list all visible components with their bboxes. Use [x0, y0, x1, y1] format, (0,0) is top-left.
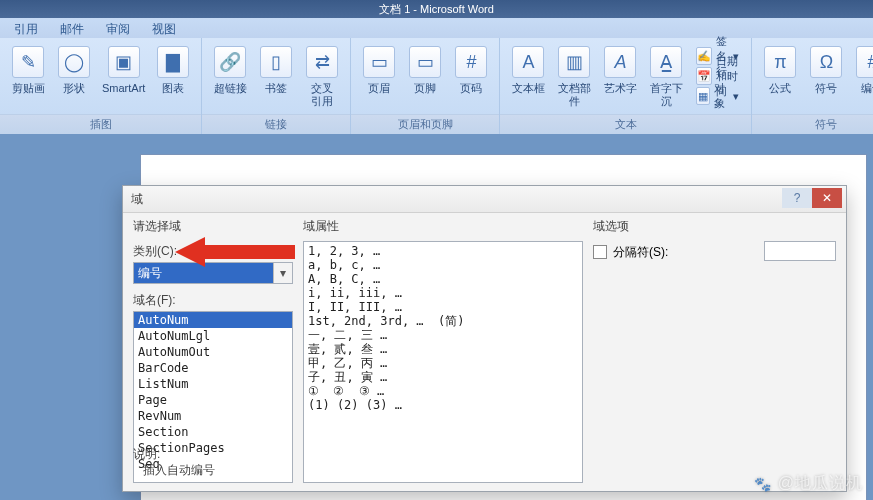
crossref-icon: ⇄: [306, 46, 338, 78]
ribbon-group-links: 🔗 超链接 ▯ 书签 ⇄ 交叉 引用 链接: [202, 38, 351, 134]
checkbox-box: [593, 245, 607, 259]
textbox-icon: A: [512, 46, 544, 78]
smartart-icon: ▣: [108, 46, 140, 78]
paw-icon: 🐾: [754, 476, 772, 492]
description-text: 插入自动编号: [143, 462, 215, 479]
crossref-button[interactable]: ⇄ 交叉 引用: [300, 44, 344, 110]
fieldname-label: 域名(F):: [133, 292, 293, 309]
dropcap-button[interactable]: A̲ 首字下沉: [644, 44, 688, 110]
tab-references[interactable]: 引用: [4, 19, 48, 38]
tab-view[interactable]: 视图: [142, 19, 186, 38]
chevron-down-icon: ▾: [273, 263, 292, 283]
object-button[interactable]: ▦ 对象 ▾: [694, 86, 741, 106]
hyperlink-button[interactable]: 🔗 超链接: [208, 44, 252, 97]
number-button[interactable]: # 编号: [850, 44, 873, 97]
smartart-button[interactable]: ▣ SmartArt: [98, 44, 149, 97]
select-field-label: 请选择域: [133, 218, 293, 235]
pagenum-button[interactable]: # 页码: [449, 44, 493, 97]
properties-label: 域属性: [303, 218, 583, 235]
header-icon: ▭: [363, 46, 395, 78]
number-icon: #: [856, 46, 873, 78]
category-label: 类别(C):: [133, 243, 293, 260]
quickparts-icon: ▥: [558, 46, 590, 78]
hyperlink-icon: 🔗: [214, 46, 246, 78]
clipart-button[interactable]: ✎ 剪贴画: [6, 44, 50, 97]
list-item[interactable]: RevNum: [134, 408, 292, 424]
dialog-help-button[interactable]: ?: [782, 188, 812, 208]
object-icon: ▦: [696, 87, 709, 105]
footer-icon: ▭: [409, 46, 441, 78]
clipart-icon: ✎: [12, 46, 44, 78]
chevron-down-icon: ▾: [733, 90, 739, 103]
list-item[interactable]: BarCode: [134, 360, 292, 376]
chart-icon: ▇: [157, 46, 189, 78]
ribbon-tabs: 引用 邮件 审阅 视图: [0, 18, 873, 39]
symbol-button[interactable]: Ω 符号: [804, 44, 848, 97]
dialog-titlebar: 域 ? ✕: [123, 186, 846, 213]
textbox-button[interactable]: A 文本框: [506, 44, 550, 97]
shapes-icon: ◯: [58, 46, 90, 78]
list-item[interactable]: ListNum: [134, 376, 292, 392]
list-item[interactable]: AutoNumLgl: [134, 328, 292, 344]
ribbon-group-headerfooter: ▭ 页眉 ▭ 页脚 # 页码 页眉和页脚: [351, 38, 500, 134]
header-button[interactable]: ▭ 页眉: [357, 44, 401, 97]
calendar-icon: 📅: [696, 67, 712, 85]
wordart-icon: A: [604, 46, 636, 78]
options-label: 域选项: [593, 218, 836, 235]
description-label: 说明:: [133, 446, 160, 463]
ribbon-group-text: A 文本框 ▥ 文档部件 A 艺术字 A̲ 首字下沉 ✍ 签名行 ▾: [500, 38, 752, 134]
separator-checkbox[interactable]: 分隔符(S):: [593, 244, 668, 261]
list-item[interactable]: Page: [134, 392, 292, 408]
separator-label: 分隔符(S):: [613, 244, 668, 261]
dropcap-icon: A̲: [650, 46, 682, 78]
group-label-headerfooter: 页眉和页脚: [351, 114, 499, 134]
wordart-button[interactable]: A 艺术字: [598, 44, 642, 97]
list-item[interactable]: AutoNum: [134, 312, 292, 328]
group-label-illustrations: 插图: [0, 114, 201, 134]
signature-icon: ✍: [696, 47, 712, 65]
separator-input[interactable]: [764, 241, 836, 261]
omega-icon: Ω: [810, 46, 842, 78]
bookmark-button[interactable]: ▯ 书签: [254, 44, 298, 97]
ribbon-group-illustrations: ✎ 剪贴画 ◯ 形状 ▣ SmartArt ▇ 图表 插图: [0, 38, 202, 134]
list-item[interactable]: Section: [134, 424, 292, 440]
quickparts-button[interactable]: ▥ 文档部件: [552, 44, 596, 110]
dialog-title: 域: [131, 191, 143, 208]
pi-icon: π: [764, 46, 796, 78]
chart-button[interactable]: ▇ 图表: [151, 44, 195, 97]
watermark: 🐾 @地瓜说机: [754, 473, 863, 494]
group-label-links: 链接: [202, 114, 350, 134]
list-item[interactable]: AutoNumOut: [134, 344, 292, 360]
bookmark-icon: ▯: [260, 46, 292, 78]
dialog-close-button[interactable]: ✕: [812, 188, 842, 208]
ribbon: ✎ 剪贴画 ◯ 形状 ▣ SmartArt ▇ 图表 插图 🔗 超链接: [0, 38, 873, 135]
group-label-text: 文本: [500, 114, 751, 134]
ribbon-group-symbols: π 公式 Ω 符号 # 编号 符号: [752, 38, 873, 134]
shapes-button[interactable]: ◯ 形状: [52, 44, 96, 97]
group-label-symbols: 符号: [752, 114, 873, 134]
pagenum-icon: #: [455, 46, 487, 78]
window-title: 文档 1 - Microsoft Word: [0, 0, 873, 18]
tab-review[interactable]: 审阅: [96, 19, 140, 38]
equation-button[interactable]: π 公式: [758, 44, 802, 97]
footer-button[interactable]: ▭ 页脚: [403, 44, 447, 97]
format-listbox[interactable]: 1, 2, 3, … a, b, c, … A, B, C, … i, ii, …: [303, 241, 583, 483]
field-dialog: 域 ? ✕ 请选择域 类别(C): 编号 ▾ 域名(F): AutoNum Au…: [122, 185, 847, 492]
category-combo[interactable]: 编号 ▾: [133, 262, 293, 284]
tab-mailings[interactable]: 邮件: [50, 19, 94, 38]
category-value: 编号: [134, 265, 273, 282]
